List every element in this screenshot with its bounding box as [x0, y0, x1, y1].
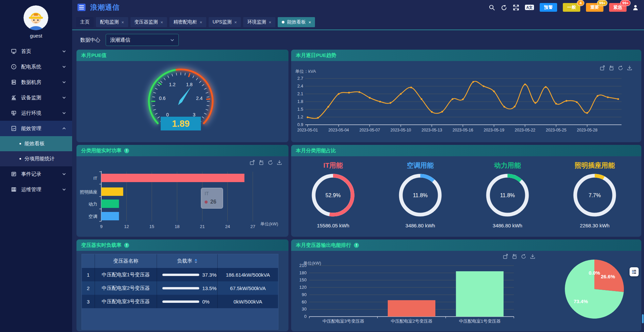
- refresh-icon[interactable]: [267, 160, 273, 166]
- avatar-image: [23, 5, 48, 30]
- svg-text:单位(kW): 单位(kW): [260, 221, 278, 226]
- svg-text:空调: 空调: [89, 214, 97, 219]
- tab-4[interactable]: UPS监测 ×: [209, 17, 241, 27]
- svg-text:照明插座: 照明插座: [80, 189, 97, 195]
- user-icon[interactable]: [632, 4, 639, 11]
- sidebar-subitem-5-0[interactable]: 能效看板: [0, 136, 72, 151]
- svg-text:2023-05-25: 2023-05-25: [546, 128, 567, 132]
- sidebar-item-label: 运维管理: [21, 186, 41, 193]
- svg-text:中压配电室3号变压器: 中压配电室3号变压器: [323, 319, 364, 324]
- app-root: guest 首页 配电系统 数据机房 设备监测 运行环境 能效管理能效看板分项用…: [0, 0, 644, 332]
- load-percent: 37.3%: [202, 272, 217, 278]
- data-zoom-icon[interactable]: [502, 254, 508, 260]
- tab-label: 主页: [80, 19, 90, 25]
- table-header-row: 变压器名称 负载率: [82, 254, 278, 268]
- close-icon[interactable]: ×: [161, 20, 163, 24]
- avatar[interactable]: [23, 5, 48, 30]
- alert-button-3[interactable]: 紧急 99+: [609, 3, 627, 12]
- svg-text:0.9: 0.9: [298, 122, 303, 127]
- tab-5[interactable]: 环境监测 ×: [243, 17, 275, 27]
- load-percent: 13.5%: [202, 285, 217, 291]
- column-header-load[interactable]: 负载率: [157, 254, 218, 268]
- svg-text:9: 9: [100, 224, 102, 229]
- sidebar-item-4[interactable]: 运行环境: [0, 105, 72, 121]
- tab-6[interactable]: 能效看板 ×: [278, 17, 315, 27]
- svg-text:1.8: 1.8: [298, 99, 303, 104]
- sidebar-item-2[interactable]: 数据机房: [0, 74, 72, 90]
- svg-text:26.6%: 26.6%: [601, 274, 615, 279]
- load-table-body: 变压器名称 负载率 1 中压配电室1号变压器 37.3% 186.614kW/5…: [76, 251, 288, 331]
- restore-icon[interactable]: [258, 160, 264, 166]
- svg-text:1.5: 1.5: [298, 107, 303, 112]
- restore-icon[interactable]: [608, 65, 614, 71]
- column-header: [82, 254, 95, 268]
- card-title: 本月PUE值: [81, 52, 107, 59]
- sidebar-item-1[interactable]: 配电系统: [0, 59, 72, 74]
- sidebar-item-6[interactable]: 事件记录: [0, 166, 72, 182]
- svg-text:1.89: 1.89: [172, 119, 190, 129]
- tab-1[interactable]: 配电监测 ×: [96, 17, 128, 27]
- close-icon[interactable]: ×: [309, 20, 311, 24]
- load-ratio: 67.5kW/500kVA: [218, 281, 278, 295]
- tab-2[interactable]: 变压器监测 ×: [130, 17, 167, 27]
- alert-button-0[interactable]: 预警: [540, 3, 557, 12]
- sort-icon[interactable]: [195, 259, 197, 263]
- card-header: 本月PUE值: [76, 50, 288, 61]
- download-icon[interactable]: [627, 65, 633, 71]
- refresh-icon[interactable]: [501, 4, 507, 11]
- sidebar-subitem-5-1[interactable]: 分项用能统计: [0, 151, 72, 166]
- sidebar-item-label: 事件记录: [21, 171, 41, 177]
- data-zoom-icon[interactable]: [249, 160, 255, 166]
- close-icon[interactable]: ×: [269, 20, 271, 24]
- table-row-0[interactable]: 1 中压配电室1号变压器 37.3% 186.614kW/500kVA: [82, 268, 278, 281]
- svg-text:0: 0: [166, 112, 169, 117]
- transformer-name: 中压配电室2号变压器: [95, 281, 157, 295]
- chart-settings-button[interactable]: [630, 267, 639, 276]
- refresh-icon[interactable]: [618, 65, 624, 71]
- menu-collapse-icon[interactable]: [77, 4, 86, 11]
- data-zoom-icon[interactable]: [599, 65, 605, 71]
- tab-3[interactable]: 精密配电柜 ×: [169, 17, 206, 27]
- alert-button-1[interactable]: 一般 4: [563, 3, 580, 12]
- refresh-icon[interactable]: [521, 254, 527, 260]
- column-header-name: 变压器名称: [95, 254, 157, 268]
- fullscreen-icon[interactable]: [513, 4, 519, 11]
- close-icon[interactable]: ×: [234, 20, 237, 24]
- svg-text:0.6: 0.6: [159, 96, 166, 101]
- svg-text:3486.80 kWh: 3486.80 kWh: [406, 223, 435, 228]
- unit-label: 单位(kW): [303, 260, 321, 266]
- svg-text:150: 150: [299, 277, 307, 282]
- svg-text:12: 12: [124, 224, 129, 229]
- info-icon[interactable]: [124, 148, 129, 153]
- download-icon[interactable]: [530, 254, 536, 260]
- svg-text:73.4%: 73.4%: [574, 298, 588, 304]
- tab-0[interactable]: 主页: [76, 17, 94, 27]
- svg-text:2023-05-19: 2023-05-19: [484, 128, 504, 132]
- column-header: [218, 254, 278, 268]
- sliders-icon: [631, 269, 637, 275]
- close-icon[interactable]: ×: [121, 20, 124, 24]
- row-index: 1: [82, 268, 95, 281]
- alert-button-2[interactable]: 重要 99+: [586, 3, 603, 12]
- sidebar-item-0[interactable]: 首页: [0, 44, 72, 59]
- search-icon[interactable]: [489, 4, 495, 11]
- sidebar-item-5[interactable]: 能效管理: [0, 121, 72, 136]
- table-row-1[interactable]: 2 中压配电室2号变压器 13.5% 67.5kW/500kVA: [82, 281, 278, 295]
- datacenter-icon: [11, 79, 17, 85]
- translate-icon[interactable]: A文: [525, 5, 534, 10]
- sidebar: guest 首页 配电系统 数据机房 设备监测 运行环境 能效管理能效看板分项用…: [0, 0, 72, 332]
- download-icon[interactable]: [276, 160, 282, 166]
- tab-bar: 主页 配电监测 × 变压器监测 × 精密配电柜 × UPS监测 × 环境监测 ×…: [72, 15, 644, 30]
- sidebar-item-7[interactable]: 运维管理: [0, 182, 72, 197]
- vertical-scrollbar-thumb[interactable]: [642, 314, 644, 323]
- restore-icon[interactable]: [512, 254, 518, 260]
- sidebar-item-3[interactable]: 设备监测: [0, 90, 72, 105]
- info-icon[interactable]: [354, 243, 359, 248]
- svg-text:2268.30 kWh: 2268.30 kWh: [580, 223, 609, 228]
- table-row-2[interactable]: 3 中压配电室3号变压器 0% 0kW/500kVA: [82, 295, 278, 308]
- close-icon[interactable]: ×: [200, 20, 202, 24]
- event-icon: [11, 171, 17, 177]
- datacenter-select[interactable]: 浪潮通信: [106, 34, 179, 46]
- chart-tooltip: IT 26: [201, 188, 223, 209]
- info-icon[interactable]: [124, 243, 129, 248]
